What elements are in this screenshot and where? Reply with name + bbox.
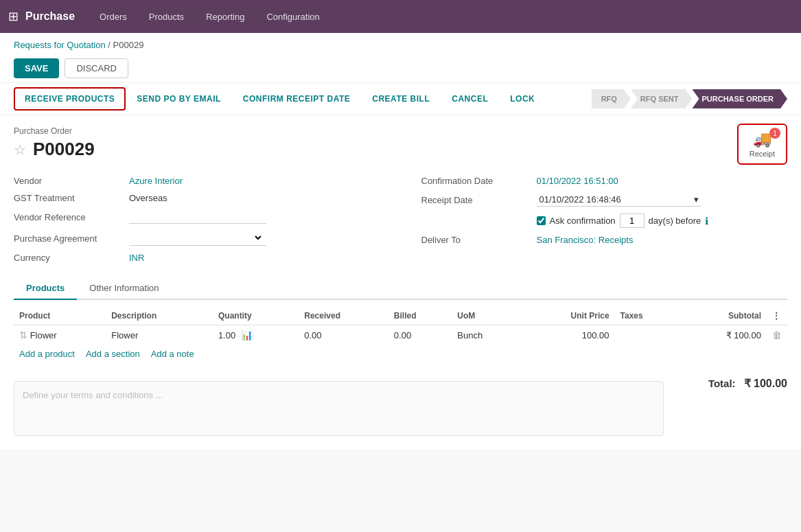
gst-row: GST Treatment Overseas [14, 189, 380, 207]
form-grid: Vendor Azure Interior GST Treatment Over… [14, 172, 787, 266]
add-links-row: Add a product Add a section Add a note [14, 345, 787, 363]
total-row: Total: ₹ 100.00 [677, 370, 787, 390]
row-uom[interactable]: Bunch [452, 325, 520, 345]
favorite-star-icon[interactable]: ☆ [14, 141, 26, 158]
add-product-link[interactable]: Add a product [19, 349, 75, 359]
nav-item-orders[interactable]: Orders [90, 0, 137, 33]
row-description[interactable]: Flower [106, 325, 213, 345]
form-left: Vendor Azure Interior GST Treatment Over… [14, 172, 380, 266]
vendor-ref-row: Vendor Reference [14, 207, 380, 227]
vendor-value[interactable]: Azure Interior [129, 176, 183, 186]
col-header-unit-price: Unit Price [521, 307, 615, 325]
save-button[interactable]: SAVE [14, 58, 59, 78]
breadcrumb: Requests for Quotation / P00029 [0, 33, 801, 54]
col-header-subtotal: Subtotal [679, 307, 767, 325]
status-pipeline: RFQ RFQ SENT PURCHASE ORDER [592, 89, 787, 108]
deliver-to-row: Deliver To San Francisco: Receipts [421, 231, 788, 248]
discard-button[interactable]: DISCARD [65, 58, 128, 78]
deliver-to-label: Deliver To [421, 235, 531, 245]
truck-icon: 🚚 [753, 130, 771, 148]
terms-conditions-area[interactable]: Define your terms and conditions ... [14, 381, 664, 436]
tab-products[interactable]: Products [14, 277, 77, 300]
ask-confirmation-checkbox[interactable] [537, 216, 546, 225]
nav-item-configuration[interactable]: Configuration [257, 0, 329, 33]
info-icon[interactable]: ℹ [705, 216, 708, 227]
document-type-label: Purchase Order [14, 115, 787, 136]
nav-item-reporting[interactable]: Reporting [196, 0, 254, 33]
row-subtotal: ₹ 100.00 [679, 325, 767, 345]
currency-value[interactable]: INR [129, 253, 144, 263]
main-content: 🚚 1 Receipt Purchase Order ☆ P00029 Vend… [0, 115, 801, 450]
breadcrumb-parent[interactable]: Requests for Quotation [14, 40, 106, 50]
purchase-agreement-label: Purchase Agreement [14, 233, 124, 244]
row-move-arrows[interactable]: ⇅ Flower [14, 325, 106, 345]
add-section-link[interactable]: Add a section [86, 349, 140, 359]
receipt-label: Receipt [750, 150, 775, 158]
top-navigation: ⊞ Purchase Orders Products Reporting Con… [0, 0, 801, 33]
row-received: 0.00 [299, 325, 388, 345]
chart-icon[interactable]: 📊 [241, 329, 253, 340]
col-header-taxes: Taxes [615, 307, 679, 325]
row-unit-price[interactable]: 100.00 [521, 325, 615, 345]
vendor-label: Vendor [14, 176, 124, 186]
tabs-row: Products Other Information [14, 277, 787, 300]
vendor-ref-label: Vendor Reference [14, 212, 124, 222]
total-section: Total: ₹ 100.00 [677, 370, 787, 390]
row-taxes[interactable] [615, 325, 679, 345]
ask-confirmation-days-input[interactable] [620, 213, 645, 228]
receipt-date-row: Receipt Date 01/10/2022 16:48:46 ▾ [421, 189, 788, 210]
receipt-date-select-wrap[interactable]: 01/10/2022 16:48:46 ▾ [537, 193, 701, 207]
lock-button[interactable]: LOCK [499, 87, 546, 111]
status-rfq[interactable]: RFQ [592, 89, 631, 108]
confirmation-date-label: Confirmation Date [421, 176, 531, 186]
send-po-button[interactable]: SEND PO BY EMAIL [126, 87, 231, 111]
form-right: Confirmation Date 01/10/2022 16:51:00 Re… [421, 172, 788, 266]
workflow-bar: RECEIVE PRODUCTS SEND PO BY EMAIL CONFIR… [0, 82, 801, 115]
ask-confirmation-row: Ask confirmation day(s) before ℹ [421, 210, 788, 231]
col-header-more[interactable]: ⋮ [767, 307, 787, 325]
currency-label: Currency [14, 253, 124, 263]
delete-icon[interactable]: 🗑 [772, 329, 782, 340]
terms-placeholder: Define your terms and conditions ... [23, 390, 163, 400]
deliver-to-value[interactable]: San Francisco: Receipts [537, 235, 634, 245]
tab-other-information[interactable]: Other Information [77, 277, 171, 300]
confirmation-date-row: Confirmation Date 01/10/2022 16:51:00 [421, 172, 788, 189]
nav-item-products[interactable]: Products [139, 0, 194, 33]
vendor-ref-input[interactable] [129, 210, 266, 224]
confirmation-date-value[interactable]: 01/10/2022 16:51:00 [537, 176, 618, 186]
app-name: Purchase [25, 10, 75, 23]
receipt-date-label: Receipt Date [421, 195, 531, 205]
row-quantity[interactable]: 1.00 📊 [213, 325, 299, 345]
row-delete[interactable]: 🗑 [767, 325, 787, 345]
action-bar: SAVE DISCARD [0, 54, 801, 82]
products-table: Product Description Quantity Received Bi… [14, 307, 787, 345]
ask-confirmation-checkbox-row: Ask confirmation day(s) before ℹ [537, 213, 709, 228]
gst-value: Overseas [129, 193, 167, 203]
purchase-agreement-row: Purchase Agreement [14, 227, 380, 249]
status-rfq-sent[interactable]: RFQ SENT [631, 89, 693, 108]
document-title-row: ☆ P00029 [14, 139, 787, 160]
ask-confirmation-label: Ask confirmation [550, 216, 616, 226]
col-header-description: Description [106, 307, 213, 325]
bottom-area: Define your terms and conditions ... Tot… [14, 370, 787, 436]
total-value: ₹ 100.00 [744, 377, 787, 390]
total-label: Total: [708, 378, 736, 389]
add-note-link[interactable]: Add a note [151, 349, 194, 359]
confirm-receipt-button[interactable]: CONFIRM RECEIPT DATE [232, 87, 361, 111]
receipt-badge[interactable]: 🚚 1 Receipt [737, 124, 787, 165]
product-name[interactable]: Flower [30, 330, 57, 340]
table-row: ⇅ Flower Flower 1.00 📊 0.00 0.00 Bunch 1… [14, 325, 787, 345]
receipt-date-chevron-icon: ▾ [694, 194, 699, 205]
status-purchase-order[interactable]: PURCHASE ORDER [692, 89, 787, 108]
col-header-product: Product [14, 307, 106, 325]
receive-products-button[interactable]: RECEIVE PRODUCTS [14, 87, 126, 111]
vendor-row: Vendor Azure Interior [14, 172, 380, 189]
purchase-agreement-select-wrap[interactable] [129, 231, 266, 246]
app-grid-icon[interactable]: ⊞ [8, 9, 19, 24]
receipt-count: 1 [769, 128, 780, 139]
currency-row: Currency INR [14, 249, 380, 266]
create-bill-button[interactable]: CREATE BILL [361, 87, 441, 111]
cancel-button[interactable]: CANCEL [441, 87, 499, 111]
purchase-agreement-select[interactable] [132, 232, 264, 244]
col-header-quantity: Quantity [213, 307, 299, 325]
